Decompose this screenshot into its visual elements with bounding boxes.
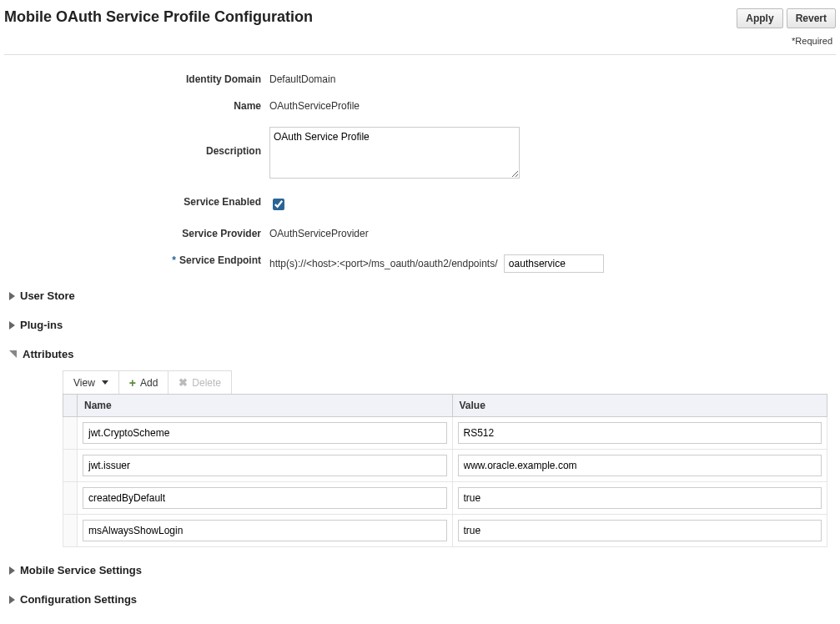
chevron-down-icon	[9, 350, 18, 359]
description-label: Description	[4, 123, 261, 157]
description-textarea[interactable]	[269, 127, 520, 179]
mobile-service-settings-section-toggle[interactable]: Mobile Service Settings	[9, 564, 836, 576]
configuration-settings-section-toggle[interactable]: Configuration Settings	[9, 593, 836, 606]
service-endpoint-label: *Service Endpoint	[4, 251, 261, 266]
service-endpoint-input[interactable]	[504, 254, 604, 273]
action-button-bar: Apply Revert	[737, 8, 836, 28]
attributes-section-toggle[interactable]: Attributes	[9, 348, 836, 360]
page-title: Mobile OAuth Service Profile Configurati…	[4, 8, 313, 26]
service-provider-label: Service Provider	[4, 224, 261, 239]
add-label: Add	[140, 377, 158, 389]
row-selector[interactable]	[63, 417, 78, 450]
identity-domain-label: Identity Domain	[4, 70, 261, 85]
table-row[interactable]	[63, 515, 827, 547]
revert-button[interactable]: Revert	[787, 8, 836, 28]
delete-label: Delete	[192, 377, 221, 389]
add-button[interactable]: + Add	[119, 371, 169, 394]
chevron-right-icon	[9, 321, 15, 330]
name-label: Name	[4, 97, 261, 112]
service-endpoint-prefix: http(s)://<host>:<port>/ms_oauth/oauth2/…	[269, 258, 498, 269]
x-icon: ✖	[179, 376, 188, 389]
view-menu-button[interactable]: View	[63, 371, 119, 394]
attributes-table: Name Value	[63, 394, 827, 547]
service-provider-value: OAuthServiceProvider	[269, 224, 836, 239]
table-row[interactable]	[63, 417, 827, 450]
table-row[interactable]	[63, 482, 827, 515]
user-store-section-toggle[interactable]: User Store	[9, 289, 836, 302]
dropdown-icon	[102, 380, 108, 385]
mobile-service-settings-section-title: Mobile Service Settings	[20, 564, 142, 576]
plugins-section-title: Plug-ins	[20, 319, 63, 331]
row-selector[interactable]	[63, 482, 78, 515]
attribute-value-input[interactable]	[458, 422, 822, 444]
chevron-right-icon	[9, 292, 15, 300]
service-enabled-checkbox[interactable]	[273, 199, 284, 210]
attribute-value-input[interactable]	[458, 520, 822, 541]
table-row[interactable]	[63, 450, 827, 482]
identity-domain-value: DefaultDomain	[269, 70, 836, 85]
attribute-name-input[interactable]	[83, 520, 447, 541]
delete-button[interactable]: ✖ Delete	[169, 371, 231, 394]
service-endpoint-row: http(s)://<host>:<port>/ms_oauth/oauth2/…	[269, 251, 836, 273]
row-selector-header	[63, 395, 78, 417]
chevron-right-icon	[9, 566, 15, 575]
header-divider	[4, 54, 836, 55]
configuration-settings-section-title: Configuration Settings	[20, 593, 137, 606]
attribute-name-input[interactable]	[83, 422, 447, 444]
row-selector[interactable]	[63, 450, 78, 482]
apply-button[interactable]: Apply	[737, 8, 782, 28]
attribute-name-input[interactable]	[83, 455, 447, 476]
name-value: OAuthServiceProfile	[269, 97, 836, 112]
attribute-name-input[interactable]	[83, 487, 447, 509]
chevron-right-icon	[9, 596, 15, 604]
column-header-value[interactable]: Value	[452, 395, 827, 417]
required-indicator: *Required	[4, 36, 832, 46]
plugins-section-toggle[interactable]: Plug-ins	[9, 319, 836, 331]
service-enabled-label: Service Enabled	[4, 193, 261, 208]
required-asterisk-icon: *	[172, 254, 176, 266]
plus-icon: +	[129, 379, 136, 387]
attribute-value-input[interactable]	[458, 455, 822, 476]
attributes-section-title: Attributes	[23, 348, 73, 360]
column-header-name[interactable]: Name	[78, 395, 453, 417]
attributes-toolbar: View + Add ✖ Delete	[63, 370, 232, 394]
view-menu-label: View	[73, 377, 95, 389]
row-selector[interactable]	[63, 515, 78, 547]
user-store-section-title: User Store	[20, 289, 75, 302]
attribute-value-input[interactable]	[458, 487, 822, 509]
